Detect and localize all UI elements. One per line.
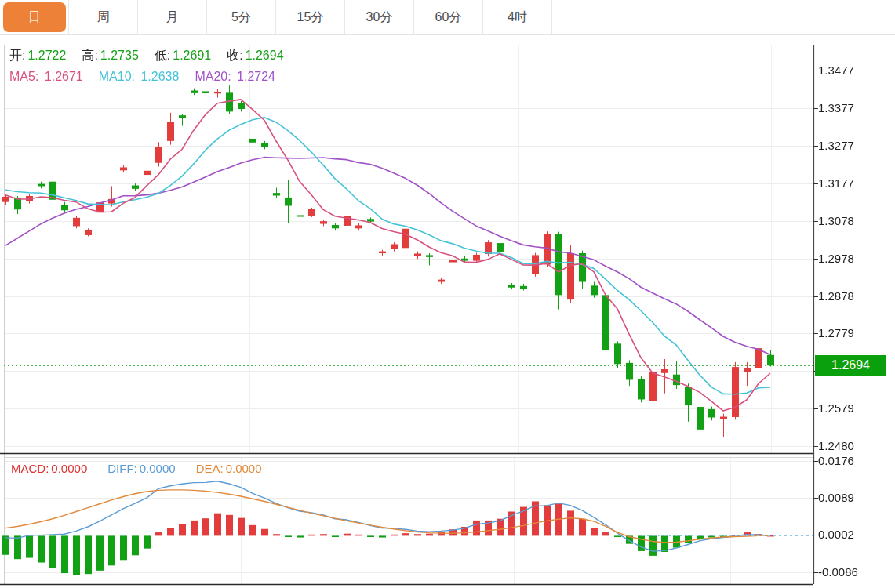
macd-axis-tick: 0.0176 <box>818 454 854 468</box>
ohlc-item-0-label: 开: <box>9 49 25 62</box>
ma-item-2-label: MA20: <box>195 70 231 83</box>
macd-item-0: MACD:0.0000 <box>11 462 87 475</box>
current-price-badge: 1.2694 <box>815 355 886 376</box>
ohlc-item-2-value: 1.2691 <box>173 49 211 62</box>
tab-label: 周 <box>97 9 110 26</box>
ma-item-0: MA5: 1.2671 <box>9 70 83 84</box>
ma-item-1: MA10: 1.2638 <box>99 70 180 84</box>
ma-item-1-label: MA10: <box>99 70 135 83</box>
kline-trading-chart-page: { "tabs": { "items": [ {"label": "日", "s… <box>0 0 895 588</box>
ma-item-2-value: 1.2724 <box>234 70 275 83</box>
price-axis-tick: 1.2978 <box>818 252 854 266</box>
ohlc-item-1: 高:1.2735 <box>82 48 138 64</box>
ohlc-item-2-label: 低: <box>155 49 170 62</box>
tab-timeframe-4[interactable]: 15分 <box>276 0 345 34</box>
tab-label: 15分 <box>297 9 324 26</box>
macd-axis-tick: -0.0086 <box>818 565 858 579</box>
macd-item-2-value: 0.0000 <box>226 462 262 475</box>
tab-timeframe-7[interactable]: 4时 <box>483 0 552 34</box>
ohlc-item-0-value: 1.2722 <box>27 49 66 62</box>
price-axis-tick: 1.3277 <box>818 139 854 153</box>
macd-axis-tick: 0.0089 <box>818 491 854 505</box>
ma-item-0-value: 1.2671 <box>41 70 82 83</box>
macd-item-2: DEA:0.0000 <box>196 462 262 475</box>
tab-label: 60分 <box>435 9 462 26</box>
macd-item-0-value: 0.0000 <box>51 462 87 475</box>
tab-timeframe-6[interactable]: 60分 <box>414 0 483 34</box>
price-axis-tick: 1.2579 <box>818 401 854 416</box>
tab-timeframe-3[interactable]: 5分 <box>207 0 276 34</box>
ohlc-item-2: 低:1.2691 <box>155 48 211 64</box>
price-axis-tick: 1.3477 <box>818 64 854 78</box>
macd-item-0-label: MACD: <box>11 462 49 475</box>
macd-axis-tick: 0.0002 <box>818 528 854 542</box>
ma-item-0-label: MA5: <box>9 70 38 83</box>
tab-label: 30分 <box>366 9 393 26</box>
ma-item-2: MA20: 1.2724 <box>195 70 275 84</box>
tab-label: 月 <box>166 9 179 26</box>
ma-item-1-value: 1.2638 <box>137 70 179 83</box>
ohlc-item-1-value: 1.2735 <box>100 49 139 62</box>
ohlc-item-3: 收:1.2694 <box>227 48 283 64</box>
tab-label: 5分 <box>231 9 251 26</box>
macd-item-2-label: DEA: <box>196 462 224 475</box>
ohlc-item-1-label: 高: <box>82 49 97 62</box>
timeframe-tabbar: 日周月5分15分30分60分4时 <box>0 0 895 35</box>
ohlc-item-0: 开:1.2722 <box>9 48 66 64</box>
price-axis-tick: 1.3177 <box>818 176 854 191</box>
candlestick-chart-canvas[interactable] <box>0 0 895 588</box>
tab-timeframe-0[interactable]: 日 <box>0 0 69 34</box>
macd-item-1: DIFF:0.0000 <box>107 462 175 475</box>
tab-label: 4时 <box>508 9 527 26</box>
price-axis-tick: 1.2779 <box>818 326 854 340</box>
ohlc-item-3-value: 1.2694 <box>246 49 284 62</box>
ohlc-item-3-label: 收: <box>227 49 242 62</box>
price-axis-tick: 1.3078 <box>818 214 854 228</box>
macd-item-1-label: DIFF: <box>107 462 137 475</box>
tab-timeframe-5[interactable]: 30分 <box>345 0 414 34</box>
price-axis-tick: 1.2480 <box>818 439 854 453</box>
price-axis-tick: 1.3377 <box>818 101 854 115</box>
tab-timeframe-1[interactable]: 周 <box>69 0 138 34</box>
price-axis-tick: 1.2878 <box>818 289 854 303</box>
ma-legend-row: MA5: 1.2671MA10: 1.2638MA20: 1.2724 <box>9 70 275 84</box>
ohlc-legend-row: 开:1.2722高:1.2735低:1.2691收:1.2694 <box>9 48 284 64</box>
tab-label: 日 <box>3 2 66 32</box>
tab-timeframe-2[interactable]: 月 <box>138 0 207 34</box>
macd-legend-row: MACD:0.0000DIFF:0.0000DEA:0.0000 <box>11 462 262 475</box>
macd-item-1-value: 0.0000 <box>140 462 176 475</box>
